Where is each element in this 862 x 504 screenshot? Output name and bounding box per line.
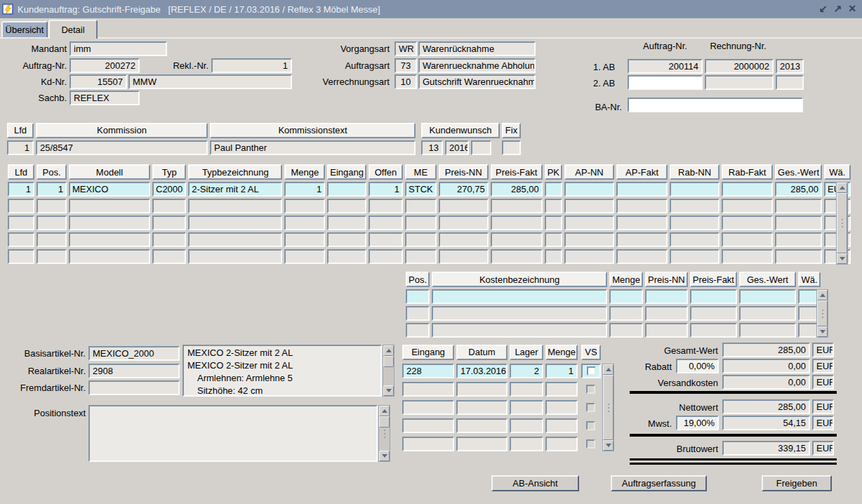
eingang-cell-empty — [545, 400, 578, 415]
restore-window-icon[interactable]: ↙ — [819, 1, 828, 15]
cell-me[interactable]: STCK — [405, 182, 437, 197]
scroll-down-arrow[interactable] — [379, 451, 390, 461]
rabatt-prozent-field[interactable]: 0,00% — [676, 359, 719, 373]
scroll-down-arrow[interactable] — [383, 385, 394, 396]
cell-eingang[interactable] — [327, 182, 366, 197]
gesamt-wert-field: 285,00 — [722, 343, 810, 357]
ab-ansicht-button[interactable]: AB-Ansicht — [491, 475, 579, 491]
cell[interactable] — [609, 289, 643, 304]
cell[interactable] — [406, 289, 430, 304]
tab-uebersicht[interactable]: Übersicht — [1, 21, 48, 37]
cell-ap-nn[interactable] — [564, 182, 614, 197]
maximize-window-icon[interactable]: ↗ — [834, 1, 842, 15]
beschreibung-line: Sitzhöhe: 42 cm — [187, 385, 377, 397]
cell-preis-nn[interactable]: 270,75 — [439, 182, 489, 197]
cell-menge[interactable]: 1 — [284, 182, 325, 197]
position-row-empty — [8, 232, 851, 247]
cell — [188, 215, 282, 230]
beschreibung-scrollbar[interactable] — [383, 345, 394, 397]
eingang-scrollbar[interactable] — [602, 364, 614, 451]
cell — [188, 232, 282, 247]
col-header-eingang: Eingang — [327, 164, 366, 180]
cell — [8, 249, 34, 264]
window-title: Kundenauftrag: Gutschrift-Freigabe [REFL… — [18, 4, 380, 15]
positionstext-scrollbar[interactable] — [378, 405, 390, 462]
cell-offen[interactable]: 1 — [369, 182, 403, 197]
kommissionstext-field[interactable]: Paul Panther — [210, 140, 416, 155]
eingang-header-eingang: Eingang — [402, 345, 454, 360]
scroll-track[interactable] — [837, 193, 847, 253]
close-window-icon[interactable]: ✕ — [848, 1, 856, 15]
kommission-lfd-field[interactable]: 1 — [7, 140, 34, 155]
kommission-field[interactable]: 25/8547 — [36, 140, 208, 155]
positionstext-box[interactable] — [88, 405, 378, 462]
kundenwunsch-woche-field[interactable]: 13 — [421, 140, 443, 155]
scroll-up-arrow[interactable] — [379, 406, 390, 416]
cell[interactable] — [690, 289, 737, 304]
eingang-cell-empty — [402, 418, 454, 433]
scroll-down-arrow[interactable] — [837, 253, 847, 264]
cell-lfd[interactable]: 1 — [8, 182, 34, 197]
cell[interactable] — [739, 289, 796, 304]
scroll-track[interactable] — [603, 375, 614, 440]
cell-typ[interactable]: C2000 — [152, 182, 186, 197]
kundenwunsch-extra-field[interactable] — [471, 140, 491, 155]
cell-rab-fakt[interactable] — [722, 182, 773, 197]
fremdartikel-field[interactable] — [88, 380, 180, 395]
eingang-lager-field[interactable]: 2 — [510, 364, 543, 378]
cell-rab-nn[interactable] — [670, 182, 720, 197]
scroll-down-arrow[interactable] — [603, 440, 614, 451]
scroll-up-arrow[interactable] — [837, 183, 847, 193]
rekl-nr-label: Rekl.-Nr. — [154, 60, 208, 71]
mwst-field: 54,15 — [722, 416, 810, 430]
cell-ges-wert[interactable]: 285,00 — [775, 182, 822, 197]
sachb-label: Sachb. — [7, 93, 67, 103]
eingang-nr-field[interactable]: 228 — [402, 364, 454, 378]
cell-typbezeichnung[interactable]: 2-Sitzer mit 2 AL — [188, 182, 282, 197]
cell-modell[interactable]: MEXICO — [69, 182, 150, 197]
realartikel-field[interactable]: 2908 — [88, 364, 180, 378]
gesamt-wert-label: Gesamt-Wert — [618, 345, 718, 356]
kosten-scrollbar[interactable] — [816, 289, 828, 338]
scroll-track[interactable] — [379, 416, 390, 451]
eingang-datum-field[interactable]: 17.03.2016 — [456, 364, 508, 378]
cell-preis-fakt[interactable]: 285,00 — [491, 182, 543, 197]
scroll-track[interactable] — [817, 300, 828, 326]
eingang-menge-field[interactable]: 1 — [545, 364, 578, 378]
cell[interactable] — [432, 289, 607, 304]
fix-field[interactable] — [502, 140, 521, 155]
cell[interactable] — [645, 289, 688, 304]
cell-ap-fakt[interactable] — [616, 182, 668, 197]
scroll-thumb[interactable] — [383, 356, 394, 367]
positions-scrollbar[interactable] — [836, 182, 848, 265]
scroll-down-arrow[interactable] — [817, 326, 828, 337]
positions-header-row: Lfd Pos. Modell Typ Typbezeichnung Menge… — [8, 164, 851, 180]
cell — [690, 323, 737, 338]
ba-nr-field[interactable] — [628, 98, 803, 112]
kd-name-field: MMW — [128, 74, 292, 89]
ab2-auftrag-field[interactable] — [628, 75, 703, 90]
beschreibung-line: Armlehnen: Armlehne 5 — [187, 372, 377, 385]
vs-checkbox[interactable] — [587, 366, 596, 376]
vs-checkbox — [586, 439, 595, 449]
eingang-cell-empty — [456, 418, 508, 433]
mwst-prozent-field[interactable]: 19,00% — [676, 416, 719, 430]
auftragserfassung-button[interactable]: Auftragserfassung — [611, 475, 707, 491]
positionstext-label: Positionstext — [21, 408, 86, 418]
cell-pk[interactable] — [545, 182, 562, 197]
kundenwunsch-jahr-field[interactable]: 2016 — [445, 140, 469, 155]
cell — [327, 215, 366, 230]
col-header-rab-fakt: Rab-Fakt — [722, 164, 773, 180]
tab-detail[interactable]: Detail — [48, 20, 98, 39]
scroll-thumb[interactable] — [379, 416, 390, 427]
scroll-track[interactable] — [383, 356, 394, 385]
cell — [406, 323, 430, 338]
scroll-up-arrow[interactable] — [383, 345, 394, 356]
eingang-header-menge: Menge — [545, 345, 578, 360]
cell-pos[interactable]: 1 — [37, 182, 67, 197]
scroll-up-arrow[interactable] — [817, 290, 828, 300]
cell — [645, 323, 688, 338]
cell — [327, 199, 366, 213]
basisartikel-field[interactable]: MEXICO_2000 — [88, 346, 180, 361]
freigeben-button[interactable]: Freigeben — [762, 475, 832, 491]
